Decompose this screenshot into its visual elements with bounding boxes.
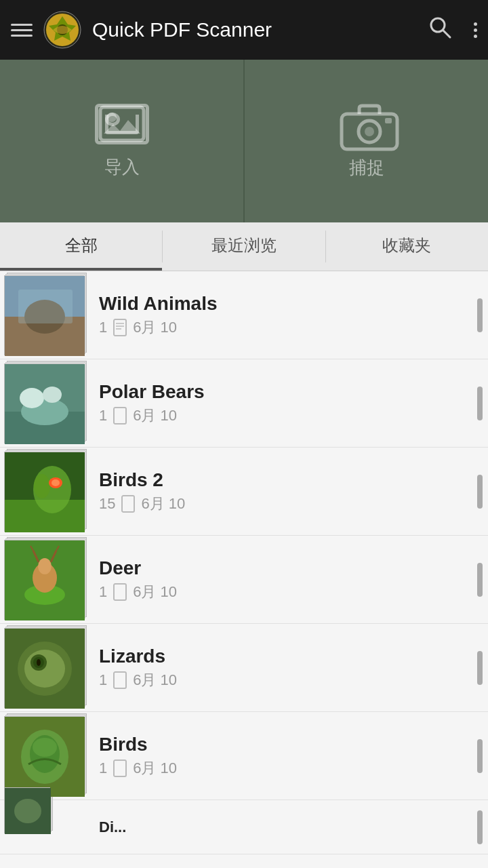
item-info-polar-bears: Polar Bears 1 6月 10	[88, 381, 477, 426]
list-item[interactable]: Birds 1 6月 10	[0, 712, 488, 800]
import-label: 导入	[104, 155, 140, 179]
item-date: 6月 10	[133, 317, 177, 338]
item-pages: 1	[99, 671, 107, 689]
scrollbar-indicator	[477, 810, 483, 844]
app-logo	[43, 11, 81, 49]
capture-label: 捕捉	[349, 156, 384, 180]
svg-rect-14	[18, 290, 73, 323]
scrollbar-indicator	[477, 298, 483, 332]
tab-recent[interactable]: 最近浏览	[163, 222, 325, 271]
item-name: Lizards	[99, 646, 466, 667]
item-meta: 1 6月 10	[99, 406, 466, 426]
svg-point-54	[14, 799, 41, 823]
item-date: 6月 10	[133, 670, 177, 690]
svg-point-30	[52, 479, 60, 486]
item-name: Birds	[99, 734, 466, 755]
svg-point-35	[38, 558, 52, 574]
list-item[interactable]: Di...	[0, 800, 488, 854]
app-header: Quick PDF Scanner	[0, 0, 488, 60]
svg-point-22	[20, 388, 44, 408]
menu-icon[interactable]	[11, 24, 33, 37]
item-meta: 1 6月 10	[99, 758, 466, 778]
item-date: 6月 10	[133, 406, 177, 426]
scrollbar-indicator	[477, 739, 483, 773]
action-area: 导入 捕捉	[0, 60, 488, 222]
thumbnail-birds2	[0, 448, 88, 536]
scrollbar-indicator	[477, 651, 483, 685]
svg-rect-52	[114, 760, 126, 776]
svg-rect-24	[114, 408, 126, 424]
pages-icon	[121, 494, 136, 513]
item-pages: 1	[99, 760, 107, 777]
svg-rect-15	[114, 319, 126, 336]
scrollbar-indicator	[477, 475, 483, 509]
thumbnail-lizards	[0, 624, 88, 712]
item-info-deer: Deer 1 6月 10	[88, 557, 477, 602]
item-date: 6月 10	[133, 758, 177, 778]
import-button[interactable]: 导入	[0, 60, 245, 222]
pages-icon	[113, 318, 127, 337]
pages-icon	[113, 583, 127, 601]
list-item[interactable]: Deer 1 6月 10	[0, 536, 488, 624]
item-pages: 1	[99, 319, 107, 336]
item-meta: 15 6月 10	[99, 494, 466, 514]
list-item[interactable]: Polar Bears 1 6月 10	[0, 359, 488, 448]
thumbnail-wild-animals	[0, 271, 88, 359]
pages-icon	[113, 671, 127, 690]
item-meta: 1 6月 10	[99, 317, 466, 338]
item-pages: 1	[99, 583, 107, 601]
camera-icon	[339, 103, 394, 145]
thumbnail-polar-bears	[0, 359, 88, 448]
svg-line-4	[443, 31, 450, 37]
item-name: Deer	[99, 557, 466, 579]
scrollbar-indicator	[477, 563, 483, 597]
svg-point-43	[24, 650, 65, 688]
item-name: Birds 2	[99, 469, 466, 491]
item-info-partial: Di...	[88, 818, 477, 836]
svg-rect-10	[385, 118, 392, 123]
item-info-birds2: Birds 2 15 6月 10	[88, 469, 477, 514]
pages-icon	[113, 759, 127, 778]
tab-bar: 全部 最近浏览 收藏夹	[0, 222, 488, 271]
list-item[interactable]: Wild Animals 1 6月 10	[0, 271, 488, 359]
item-pages: 15	[99, 495, 115, 513]
svg-point-28	[34, 474, 50, 498]
scrollbar-indicator	[477, 387, 483, 420]
svg-rect-47	[114, 672, 126, 688]
item-meta: 1 6月 10	[99, 582, 466, 602]
svg-rect-5	[100, 107, 144, 140]
svg-point-9	[365, 127, 374, 136]
item-date: 6月 10	[141, 494, 185, 514]
item-info-wild-animals: Wild Animals 1 6月 10	[88, 293, 477, 338]
item-meta: 1 6月 10	[99, 670, 466, 690]
item-name: Polar Bears	[99, 381, 466, 403]
capture-button[interactable]: 捕捉	[245, 60, 488, 222]
document-list: Wild Animals 1 6月 10	[0, 271, 488, 868]
list-item[interactable]: Birds 2 15 6月 10	[0, 448, 488, 536]
svg-rect-40	[114, 584, 126, 600]
item-pages: 1	[99, 407, 107, 425]
tab-favorites[interactable]: 收藏夹	[326, 222, 488, 271]
item-name: Wild Animals	[99, 293, 466, 315]
search-icon[interactable]	[428, 15, 452, 45]
item-date: 6月 10	[133, 582, 177, 602]
item-info-lizards: Lizards 1 6月 10	[88, 646, 477, 690]
svg-point-46	[37, 659, 41, 666]
app-title: Quick PDF Scanner	[92, 18, 417, 41]
svg-rect-31	[122, 496, 134, 512]
item-info-birds: Birds 1 6月 10	[88, 734, 477, 778]
more-icon[interactable]	[474, 22, 477, 38]
pages-icon	[113, 406, 127, 425]
item-name: Di...	[99, 818, 466, 836]
svg-point-6	[107, 113, 117, 122]
svg-point-51	[33, 738, 57, 757]
svg-point-23	[43, 387, 62, 403]
thumbnail-deer	[0, 536, 88, 624]
tab-all[interactable]: 全部	[0, 222, 162, 271]
import-icon	[95, 104, 149, 144]
list-item[interactable]: Lizards 1 6月 10	[0, 624, 488, 712]
